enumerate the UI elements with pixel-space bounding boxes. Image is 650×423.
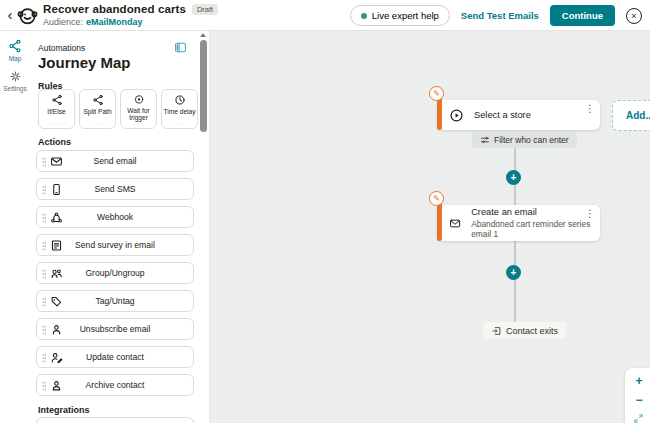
rule-tile-if-else[interactable]: If/Else ····	[38, 89, 75, 129]
rail-item-settings[interactable]: Settings	[0, 62, 30, 92]
page-title: Recover abandoned carts	[43, 3, 186, 15]
action-label: Send email	[37, 151, 193, 171]
rule-label: If/Else	[47, 108, 65, 116]
top-bar: ‹ Recover abandoned carts Draft Audience…	[0, 0, 650, 31]
collapse-panel-icon[interactable]	[174, 41, 187, 54]
action-item-archive-contact[interactable]: Archive contact	[36, 374, 194, 396]
rail-map-label: Map	[9, 55, 22, 62]
rule-label: Time delay	[163, 108, 195, 116]
journey-map-icon	[8, 39, 22, 53]
journey-canvas[interactable]: ✎ Select a store ⋮ Filter who can enter …	[210, 31, 650, 423]
action-item-send-email[interactable]: Send email	[36, 150, 194, 172]
clock-icon	[174, 94, 186, 106]
zoom-in-button[interactable]: +	[633, 375, 645, 387]
contact-exits-chip: Contact exits	[483, 322, 566, 339]
rule-label: Split Path	[83, 108, 111, 116]
exit-door-icon	[491, 326, 502, 336]
action-item-unsubscribe-email[interactable]: Unsubscribe email	[36, 318, 194, 340]
action-label: Tag/Untag	[37, 291, 193, 311]
action-label: Send survey in email	[37, 235, 193, 255]
add-branch-node[interactable]: Add...	[612, 100, 650, 131]
live-expert-help-button[interactable]: Live expert help	[350, 5, 450, 26]
drag-dots: ····	[51, 122, 63, 126]
fit-to-screen-icon[interactable]	[633, 413, 644, 423]
automations-panel: Automations Journey Map Rules If/Else ··…	[30, 31, 210, 423]
edit-pencil-icon[interactable]: ✎	[429, 86, 444, 101]
action-item-tag-untag[interactable]: Tag/Untag	[36, 290, 194, 312]
branch-icon	[51, 94, 63, 106]
chip-label: Filter who can enter	[494, 135, 569, 145]
kebab-menu-icon[interactable]: ⋮	[585, 209, 595, 219]
action-item-send-sms[interactable]: Send SMS	[36, 178, 194, 200]
title-block: Recover abandoned carts Draft Audience:e…	[43, 3, 218, 27]
add-node-label: Add...	[626, 110, 650, 121]
scrollbar-up-arrow-icon[interactable]	[200, 33, 206, 37]
select-store-node[interactable]: ✎ Select a store ⋮	[437, 100, 600, 130]
integrations-heading: Integrations	[38, 405, 90, 415]
create-email-node[interactable]: ✎ Create an email Abandoned cart reminde…	[437, 205, 600, 241]
audience-link[interactable]: eMailMonday	[86, 17, 143, 27]
action-label: Unsubscribe email	[37, 319, 193, 339]
rule-tile-wait-for-trigger[interactable]: Wait for trigger ····	[120, 89, 157, 129]
rule-label: Wait for trigger	[121, 107, 156, 122]
envelope-icon	[449, 217, 461, 230]
edit-pencil-icon[interactable]: ✎	[429, 191, 444, 206]
live-expert-help-label: Live expert help	[372, 10, 439, 21]
split-path-icon	[92, 94, 104, 106]
status-badge: Draft	[192, 4, 218, 15]
add-step-button[interactable]: +	[506, 265, 521, 280]
send-test-emails-link[interactable]: Send Test Emails	[461, 10, 539, 21]
back-button[interactable]: ‹	[4, 6, 16, 24]
node-title: Select a store	[474, 110, 531, 120]
drag-dots: ····	[174, 122, 186, 126]
drag-dots: ····	[133, 122, 145, 126]
node-subtitle: Abandoned cart reminder series email 1	[471, 219, 600, 239]
trigger-icon	[133, 94, 145, 105]
actions-heading: Actions	[38, 137, 71, 147]
rail-item-map[interactable]: Map	[0, 31, 30, 62]
audience-label: Audience:	[43, 17, 83, 27]
action-label: Send SMS	[37, 179, 193, 199]
action-item-group-ungroup[interactable]: Group/Ungroup	[36, 262, 194, 284]
close-icon[interactable]: ×	[626, 8, 642, 24]
chip-label: Contact exits	[506, 326, 558, 336]
panel-eyebrow: Automations	[38, 43, 85, 53]
action-label: Group/Ungroup	[37, 263, 193, 283]
mailchimp-logo	[17, 5, 38, 26]
add-step-button[interactable]: +	[506, 170, 521, 185]
left-rail: Map Settings	[0, 31, 30, 423]
zoom-out-button[interactable]: −	[633, 394, 645, 406]
panel-scrollbar[interactable]	[200, 40, 207, 132]
filter-entry-chip[interactable]: Filter who can enter	[472, 131, 577, 148]
action-label: Webhook	[37, 207, 193, 227]
kebab-menu-icon[interactable]: ⋮	[585, 104, 595, 114]
node-title: Create an email	[471, 207, 600, 217]
continue-button[interactable]: Continue	[550, 5, 615, 26]
drag-dots: ····	[92, 122, 104, 126]
filter-sliders-icon	[480, 135, 490, 145]
action-item-webhook[interactable]: Webhook	[36, 206, 194, 228]
canvas-zoom-controls: + −	[625, 368, 650, 423]
action-label: Archive contact	[37, 375, 193, 395]
action-item-send-survey[interactable]: Send survey in email	[36, 234, 194, 256]
rule-tile-time-delay[interactable]: Time delay ····	[161, 89, 198, 129]
rules-grid: If/Else ···· Split Path ···· Wait for tr…	[38, 89, 198, 129]
play-circle-icon	[449, 108, 464, 123]
panel-title: Journey Map	[38, 54, 131, 71]
action-label: Update contact	[37, 347, 193, 367]
rule-tile-split-path[interactable]: Split Path ····	[79, 89, 116, 129]
header-actions: Live expert help Send Test Emails Contin…	[350, 0, 642, 31]
rail-settings-label: Settings	[3, 85, 27, 92]
online-dot-icon	[361, 13, 367, 19]
action-item-integration-partial[interactable]	[36, 417, 194, 423]
gear-icon	[9, 70, 22, 83]
action-item-update-contact[interactable]: Update contact	[36, 346, 194, 368]
